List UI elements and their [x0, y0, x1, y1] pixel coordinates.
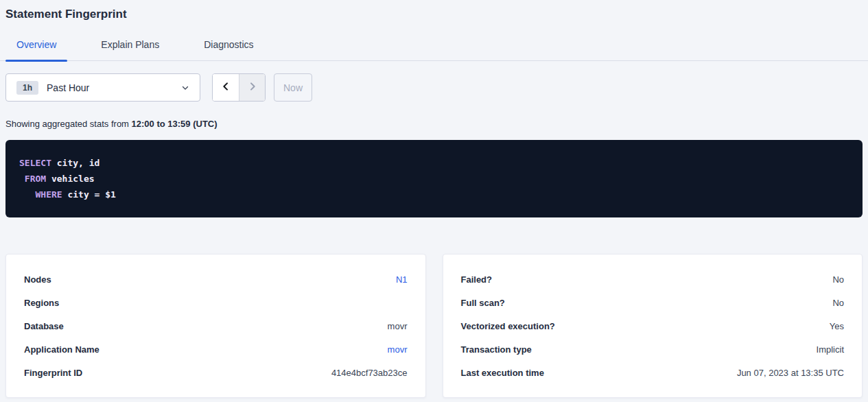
row-label: Failed?	[461, 274, 493, 285]
application-name-link[interactable]: movr	[388, 344, 408, 355]
card-row-transaction-type: Transaction type Implicit	[461, 338, 845, 361]
stats-summary-range: 12:00 to 13:59 (UTC)	[132, 119, 218, 129]
chevron-right-icon	[247, 81, 258, 94]
page-title: Statement Fingerprint	[5, 6, 863, 23]
sql-keyword: FROM	[25, 174, 46, 184]
execution-attributes-card: Failed? No Full scan? No Vectorized exec…	[443, 254, 863, 398]
card-row-regions: Regions	[24, 291, 408, 314]
time-range-dropdown[interactable]: 1h Past Hour	[5, 73, 200, 102]
row-label: Application Name	[24, 344, 99, 355]
next-interval-button[interactable]	[239, 74, 265, 101]
time-range-label: Past Hour	[47, 82, 89, 93]
tab-overview[interactable]: Overview	[5, 38, 67, 60]
sql-line: SELECT city, id	[19, 155, 849, 171]
sql-statement-block: SELECT city, id FROM vehicles WHERE city…	[5, 140, 863, 217]
card-row-fingerprint-id: Fingerprint ID 414e4bcf73ab23ce	[24, 361, 408, 384]
card-row-failed: Failed? No	[461, 268, 845, 291]
sql-line: FROM vehicles	[19, 171, 849, 187]
card-row-nodes: Nodes N1	[24, 268, 408, 291]
tab-diagnostics[interactable]: Diagnostics	[193, 38, 264, 60]
row-value: Implicit	[817, 344, 844, 355]
row-value: Yes	[830, 321, 844, 331]
row-label: Fingerprint ID	[24, 368, 82, 378]
row-value: 414e4bcf73ab23ce	[331, 368, 408, 378]
now-button[interactable]: Now	[274, 73, 312, 102]
card-row-application-name: Application Name movr	[24, 338, 408, 361]
row-value: No	[832, 274, 844, 285]
stats-summary-prefix: Showing aggregated stats from	[5, 119, 132, 129]
tab-explain-plans[interactable]: Explain Plans	[90, 38, 170, 60]
time-range-badge: 1h	[16, 81, 38, 95]
summary-cards: Nodes N1 Regions Database movr Applicati…	[5, 254, 863, 398]
row-label: Regions	[24, 298, 59, 308]
row-label: Full scan?	[461, 298, 505, 308]
sql-line: WHERE city = $1	[19, 187, 849, 202]
row-label: Database	[24, 321, 64, 331]
card-row-vectorized-execution: Vectorized execution? Yes	[461, 314, 845, 338]
row-label: Transaction type	[461, 344, 532, 355]
card-row-database: Database movr	[24, 314, 408, 338]
row-label: Nodes	[24, 274, 51, 285]
row-value: movr	[388, 321, 408, 331]
time-interval-arrows	[212, 73, 266, 102]
card-row-full-scan: Full scan? No	[461, 291, 845, 314]
nodes-link[interactable]: N1	[396, 274, 408, 285]
aggregated-stats-summary: Showing aggregated stats from 12:00 to 1…	[5, 119, 863, 129]
chevron-left-icon	[220, 81, 231, 94]
sql-keyword: WHERE	[35, 189, 62, 200]
row-value: Jun 07, 2023 at 13:35 UTC	[737, 368, 844, 378]
time-picker-row: 1h Past Hour Now	[5, 73, 863, 102]
chevron-down-icon	[181, 84, 189, 92]
row-label: Vectorized execution?	[461, 321, 555, 331]
statement-details-card: Nodes N1 Regions Database movr Applicati…	[5, 254, 426, 398]
row-value: No	[832, 298, 844, 308]
tab-bar: Overview Explain Plans Diagnostics	[0, 38, 868, 61]
prev-interval-button[interactable]	[213, 74, 239, 101]
row-label: Last execution time	[461, 368, 544, 378]
sql-keyword: SELECT	[19, 158, 51, 168]
card-row-last-execution-time: Last execution time Jun 07, 2023 at 13:3…	[461, 361, 845, 384]
